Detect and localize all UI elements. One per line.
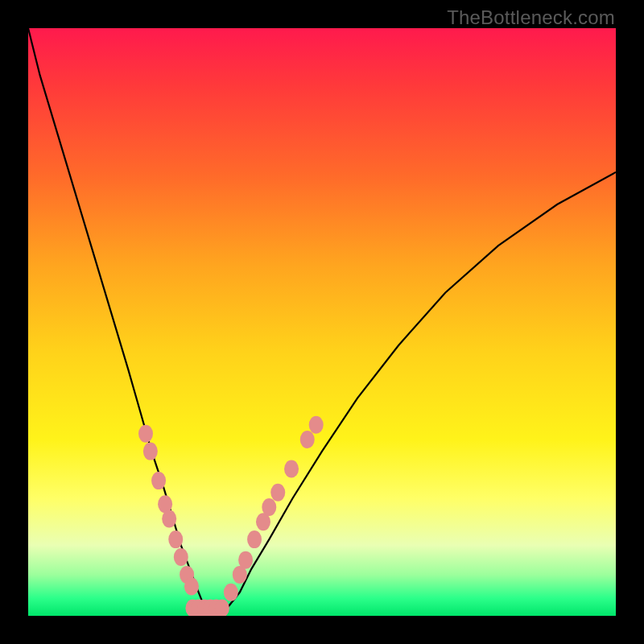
watermark-text: TheBottleneck.com (447, 6, 615, 29)
plot-area (28, 28, 616, 616)
bottleneck-curve (28, 28, 616, 613)
data-marker (300, 431, 315, 448)
data-marker (238, 551, 253, 569)
data-marker (284, 460, 299, 478)
data-marker (247, 530, 262, 548)
data-marker (262, 498, 276, 516)
data-marker (184, 578, 199, 596)
data-marker (224, 584, 238, 601)
curve-svg (28, 28, 616, 616)
data-marker (309, 416, 324, 434)
marker-group (138, 416, 324, 616)
chart-frame: TheBottleneck.com (0, 0, 644, 644)
data-marker (151, 472, 166, 489)
data-marker (168, 530, 183, 548)
data-marker (162, 510, 176, 528)
data-marker (174, 548, 188, 566)
data-marker (138, 425, 153, 443)
data-marker (143, 443, 158, 460)
data-marker (270, 484, 285, 502)
